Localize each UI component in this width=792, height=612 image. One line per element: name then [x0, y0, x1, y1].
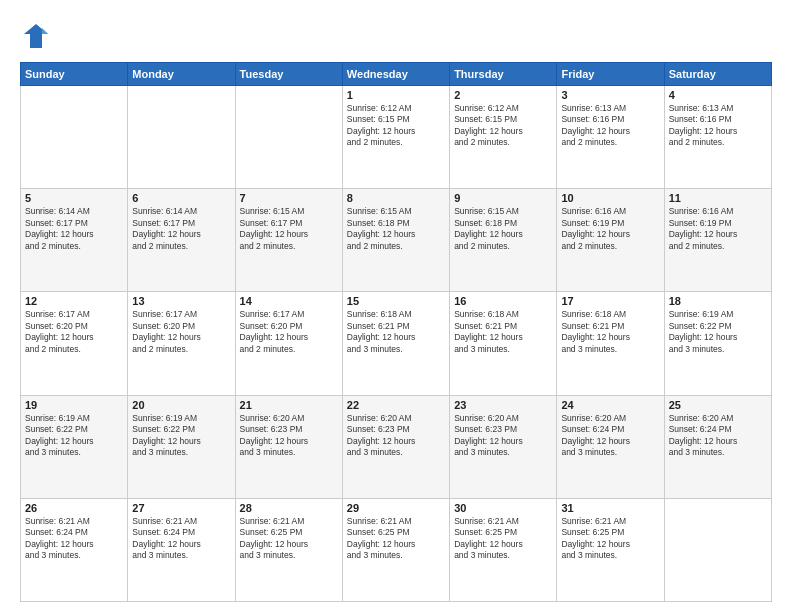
day-number: 12	[25, 295, 123, 307]
day-info: Sunrise: 6:21 AM Sunset: 6:25 PM Dayligh…	[454, 516, 552, 562]
day-number: 15	[347, 295, 445, 307]
day-number: 9	[454, 192, 552, 204]
svg-marker-1	[42, 28, 48, 34]
day-info: Sunrise: 6:13 AM Sunset: 6:16 PM Dayligh…	[561, 103, 659, 149]
day-info: Sunrise: 6:16 AM Sunset: 6:19 PM Dayligh…	[669, 206, 767, 252]
calendar-cell: 19Sunrise: 6:19 AM Sunset: 6:22 PM Dayli…	[21, 395, 128, 498]
calendar-cell: 9Sunrise: 6:15 AM Sunset: 6:18 PM Daylig…	[450, 189, 557, 292]
weekday-header-tuesday: Tuesday	[235, 63, 342, 86]
day-number: 20	[132, 399, 230, 411]
day-info: Sunrise: 6:17 AM Sunset: 6:20 PM Dayligh…	[132, 309, 230, 355]
day-number: 11	[669, 192, 767, 204]
day-number: 4	[669, 89, 767, 101]
day-number: 23	[454, 399, 552, 411]
day-info: Sunrise: 6:18 AM Sunset: 6:21 PM Dayligh…	[561, 309, 659, 355]
day-info: Sunrise: 6:12 AM Sunset: 6:15 PM Dayligh…	[347, 103, 445, 149]
calendar-cell: 18Sunrise: 6:19 AM Sunset: 6:22 PM Dayli…	[664, 292, 771, 395]
calendar-cell: 12Sunrise: 6:17 AM Sunset: 6:20 PM Dayli…	[21, 292, 128, 395]
day-number: 3	[561, 89, 659, 101]
day-number: 28	[240, 502, 338, 514]
day-info: Sunrise: 6:15 AM Sunset: 6:18 PM Dayligh…	[454, 206, 552, 252]
day-info: Sunrise: 6:21 AM Sunset: 6:24 PM Dayligh…	[132, 516, 230, 562]
header	[20, 20, 772, 52]
day-info: Sunrise: 6:17 AM Sunset: 6:20 PM Dayligh…	[25, 309, 123, 355]
logo-icon	[20, 20, 52, 52]
day-number: 18	[669, 295, 767, 307]
calendar-cell: 6Sunrise: 6:14 AM Sunset: 6:17 PM Daylig…	[128, 189, 235, 292]
day-info: Sunrise: 6:18 AM Sunset: 6:21 PM Dayligh…	[347, 309, 445, 355]
day-number: 1	[347, 89, 445, 101]
weekday-header-wednesday: Wednesday	[342, 63, 449, 86]
calendar-cell: 1Sunrise: 6:12 AM Sunset: 6:15 PM Daylig…	[342, 86, 449, 189]
calendar-cell: 30Sunrise: 6:21 AM Sunset: 6:25 PM Dayli…	[450, 498, 557, 601]
day-number: 21	[240, 399, 338, 411]
day-number: 6	[132, 192, 230, 204]
calendar-cell: 2Sunrise: 6:12 AM Sunset: 6:15 PM Daylig…	[450, 86, 557, 189]
day-info: Sunrise: 6:21 AM Sunset: 6:25 PM Dayligh…	[561, 516, 659, 562]
calendar-cell: 21Sunrise: 6:20 AM Sunset: 6:23 PM Dayli…	[235, 395, 342, 498]
day-info: Sunrise: 6:21 AM Sunset: 6:25 PM Dayligh…	[347, 516, 445, 562]
logo	[20, 20, 56, 52]
weekday-header-friday: Friday	[557, 63, 664, 86]
day-info: Sunrise: 6:20 AM Sunset: 6:24 PM Dayligh…	[561, 413, 659, 459]
day-number: 25	[669, 399, 767, 411]
weekday-header-saturday: Saturday	[664, 63, 771, 86]
calendar-cell	[664, 498, 771, 601]
day-number: 24	[561, 399, 659, 411]
day-number: 16	[454, 295, 552, 307]
day-info: Sunrise: 6:19 AM Sunset: 6:22 PM Dayligh…	[669, 309, 767, 355]
day-number: 19	[25, 399, 123, 411]
day-number: 26	[25, 502, 123, 514]
day-info: Sunrise: 6:12 AM Sunset: 6:15 PM Dayligh…	[454, 103, 552, 149]
day-info: Sunrise: 6:18 AM Sunset: 6:21 PM Dayligh…	[454, 309, 552, 355]
day-number: 8	[347, 192, 445, 204]
day-info: Sunrise: 6:19 AM Sunset: 6:22 PM Dayligh…	[25, 413, 123, 459]
svg-marker-0	[24, 24, 48, 48]
week-row-1: 5Sunrise: 6:14 AM Sunset: 6:17 PM Daylig…	[21, 189, 772, 292]
calendar-cell	[21, 86, 128, 189]
day-info: Sunrise: 6:21 AM Sunset: 6:25 PM Dayligh…	[240, 516, 338, 562]
calendar-cell: 25Sunrise: 6:20 AM Sunset: 6:24 PM Dayli…	[664, 395, 771, 498]
calendar-cell: 27Sunrise: 6:21 AM Sunset: 6:24 PM Dayli…	[128, 498, 235, 601]
calendar-cell: 22Sunrise: 6:20 AM Sunset: 6:23 PM Dayli…	[342, 395, 449, 498]
day-info: Sunrise: 6:16 AM Sunset: 6:19 PM Dayligh…	[561, 206, 659, 252]
calendar-cell: 24Sunrise: 6:20 AM Sunset: 6:24 PM Dayli…	[557, 395, 664, 498]
week-row-4: 26Sunrise: 6:21 AM Sunset: 6:24 PM Dayli…	[21, 498, 772, 601]
calendar-cell: 8Sunrise: 6:15 AM Sunset: 6:18 PM Daylig…	[342, 189, 449, 292]
page: SundayMondayTuesdayWednesdayThursdayFrid…	[0, 0, 792, 612]
day-info: Sunrise: 6:20 AM Sunset: 6:23 PM Dayligh…	[454, 413, 552, 459]
day-info: Sunrise: 6:20 AM Sunset: 6:23 PM Dayligh…	[347, 413, 445, 459]
calendar-header: SundayMondayTuesdayWednesdayThursdayFrid…	[21, 63, 772, 86]
calendar-table: SundayMondayTuesdayWednesdayThursdayFrid…	[20, 62, 772, 602]
calendar-cell: 31Sunrise: 6:21 AM Sunset: 6:25 PM Dayli…	[557, 498, 664, 601]
day-number: 30	[454, 502, 552, 514]
calendar-cell: 23Sunrise: 6:20 AM Sunset: 6:23 PM Dayli…	[450, 395, 557, 498]
calendar-cell: 4Sunrise: 6:13 AM Sunset: 6:16 PM Daylig…	[664, 86, 771, 189]
day-number: 2	[454, 89, 552, 101]
day-info: Sunrise: 6:14 AM Sunset: 6:17 PM Dayligh…	[132, 206, 230, 252]
day-info: Sunrise: 6:21 AM Sunset: 6:24 PM Dayligh…	[25, 516, 123, 562]
day-number: 7	[240, 192, 338, 204]
calendar-cell: 5Sunrise: 6:14 AM Sunset: 6:17 PM Daylig…	[21, 189, 128, 292]
week-row-2: 12Sunrise: 6:17 AM Sunset: 6:20 PM Dayli…	[21, 292, 772, 395]
day-number: 14	[240, 295, 338, 307]
day-info: Sunrise: 6:20 AM Sunset: 6:24 PM Dayligh…	[669, 413, 767, 459]
day-number: 31	[561, 502, 659, 514]
calendar-cell: 13Sunrise: 6:17 AM Sunset: 6:20 PM Dayli…	[128, 292, 235, 395]
calendar-cell: 16Sunrise: 6:18 AM Sunset: 6:21 PM Dayli…	[450, 292, 557, 395]
day-info: Sunrise: 6:15 AM Sunset: 6:18 PM Dayligh…	[347, 206, 445, 252]
weekday-header-thursday: Thursday	[450, 63, 557, 86]
calendar-cell: 11Sunrise: 6:16 AM Sunset: 6:19 PM Dayli…	[664, 189, 771, 292]
day-number: 13	[132, 295, 230, 307]
week-row-3: 19Sunrise: 6:19 AM Sunset: 6:22 PM Dayli…	[21, 395, 772, 498]
calendar-cell	[235, 86, 342, 189]
calendar-cell	[128, 86, 235, 189]
calendar-cell: 14Sunrise: 6:17 AM Sunset: 6:20 PM Dayli…	[235, 292, 342, 395]
day-info: Sunrise: 6:14 AM Sunset: 6:17 PM Dayligh…	[25, 206, 123, 252]
week-row-0: 1Sunrise: 6:12 AM Sunset: 6:15 PM Daylig…	[21, 86, 772, 189]
day-info: Sunrise: 6:13 AM Sunset: 6:16 PM Dayligh…	[669, 103, 767, 149]
day-info: Sunrise: 6:19 AM Sunset: 6:22 PM Dayligh…	[132, 413, 230, 459]
weekday-header-sunday: Sunday	[21, 63, 128, 86]
calendar-cell: 20Sunrise: 6:19 AM Sunset: 6:22 PM Dayli…	[128, 395, 235, 498]
day-number: 22	[347, 399, 445, 411]
